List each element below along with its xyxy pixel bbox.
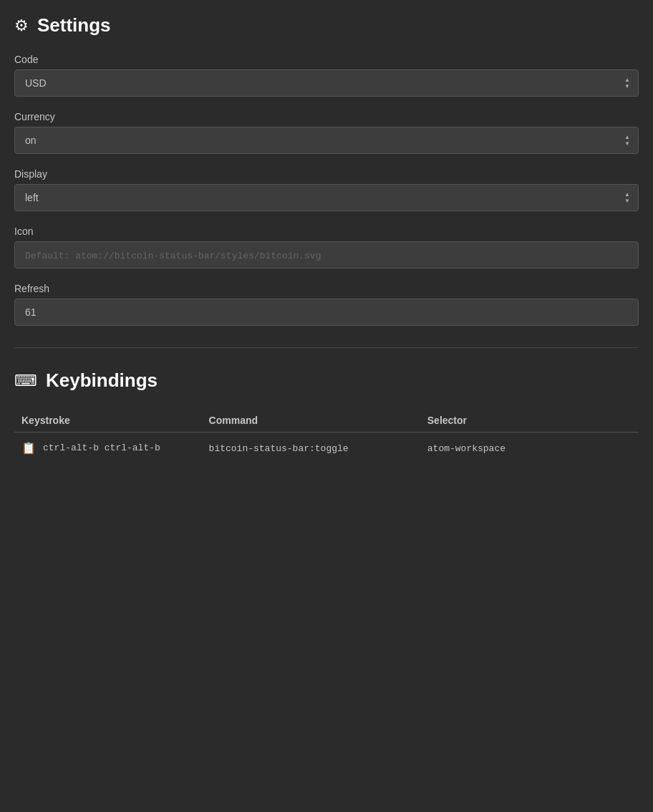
settings-header: ⚙ Settings bbox=[14, 14, 639, 37]
col-header-command: Command bbox=[202, 409, 420, 432]
table-header-row: Keystroke Command Selector bbox=[14, 409, 639, 432]
col-header-selector: Selector bbox=[420, 409, 639, 432]
display-select-wrapper: left right center bbox=[14, 184, 639, 211]
code-label: Code bbox=[14, 54, 639, 65]
currency-label: Currency bbox=[14, 111, 639, 122]
currency-field-group: Currency on off bbox=[14, 111, 639, 154]
icon-label: Icon bbox=[14, 226, 639, 237]
settings-title: Settings bbox=[37, 14, 111, 37]
refresh-input[interactable] bbox=[14, 299, 639, 326]
keyboard-icon: ⌨ bbox=[14, 372, 37, 390]
currency-select-wrapper: on off bbox=[14, 127, 639, 154]
command-value: bitcoin-status-bar:toggle bbox=[209, 443, 349, 454]
display-field-group: Display left right center bbox=[14, 168, 639, 211]
display-label: Display bbox=[14, 168, 639, 180]
code-field-group: Code USD EUR GBP BTC bbox=[14, 54, 639, 97]
selector-value: atom-workspace bbox=[427, 443, 506, 454]
keystroke-row-icon: 📋 bbox=[21, 441, 36, 455]
keystroke-cell: 📋 ctrl-alt-b ctrl-alt-b bbox=[14, 432, 202, 464]
icon-input[interactable] bbox=[14, 241, 639, 269]
keybindings-table: Keystroke Command Selector 📋 ctrl-alt-b … bbox=[14, 409, 639, 463]
command-cell: bitcoin-status-bar:toggle bbox=[202, 432, 420, 464]
keybindings-title: Keybindings bbox=[46, 369, 158, 392]
selector-cell: atom-workspace bbox=[420, 432, 639, 464]
icon-field-group: Icon bbox=[14, 226, 639, 269]
refresh-label: Refresh bbox=[14, 283, 639, 294]
keystroke-value: ctrl-alt-b ctrl-alt-b bbox=[43, 443, 160, 453]
refresh-field-group: Refresh bbox=[14, 283, 639, 326]
section-divider bbox=[14, 347, 639, 348]
keybindings-header: ⌨ Keybindings bbox=[14, 369, 639, 392]
gear-icon: ⚙ bbox=[14, 16, 29, 35]
display-select[interactable]: left right center bbox=[14, 184, 639, 211]
table-row: 📋 ctrl-alt-b ctrl-alt-b bitcoin-status-b… bbox=[14, 432, 639, 464]
code-select[interactable]: USD EUR GBP BTC bbox=[14, 69, 639, 97]
currency-select[interactable]: on off bbox=[14, 127, 639, 154]
code-select-wrapper: USD EUR GBP BTC bbox=[14, 69, 639, 97]
col-header-keystroke: Keystroke bbox=[14, 409, 202, 432]
